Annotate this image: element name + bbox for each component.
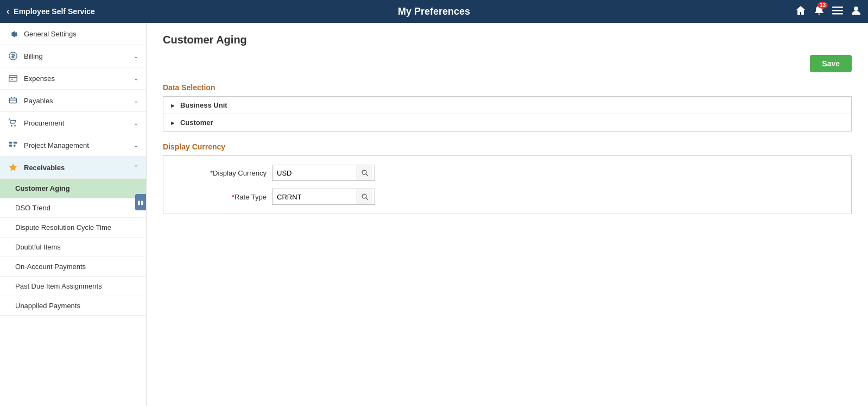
svg-rect-2 (832, 13, 843, 15)
business-unit-arrow-icon: ► (170, 102, 176, 109)
sidebar-item-procurement[interactable]: Procurement ⌄ (0, 112, 146, 134)
sidebar-subitem-past-due-assignments[interactable]: Past Due Item Assignments (0, 277, 146, 296)
sidebar-label-general-settings: General Settings (24, 30, 138, 38)
sidebar-item-receivables[interactable]: Receivables ⌃ (0, 157, 146, 179)
save-btn-wrapper: Save (163, 55, 852, 72)
app-title: Employee Self Service (14, 7, 94, 16)
rate-type-req-star: * (232, 193, 235, 201)
data-selection-title: Data Selection (163, 83, 852, 92)
display-currency-search-icon[interactable] (357, 165, 372, 180)
customer-row[interactable]: ► Customer (163, 114, 851, 131)
sidebar-label-unapplied-payments: Unapplied Payments (15, 302, 80, 310)
sidebar-item-project-management[interactable]: Project Management ⌄ (0, 134, 146, 157)
svg-rect-10 (9, 145, 12, 147)
payables-chevron-icon: ⌄ (134, 97, 138, 104)
svg-point-16 (362, 194, 366, 198)
svg-point-3 (854, 7, 858, 11)
display-currency-input[interactable] (273, 166, 357, 180)
svg-rect-9 (9, 142, 12, 144)
svg-rect-5 (9, 76, 17, 82)
notification-badge: 13 (818, 2, 828, 9)
rate-type-input[interactable] (273, 190, 357, 204)
customer-label: Customer (180, 118, 213, 127)
home-icon[interactable] (795, 5, 806, 18)
svg-rect-12 (14, 145, 16, 147)
svg-marker-13 (9, 164, 17, 171)
page-title: My Preferences (398, 6, 470, 17)
sidebar-subitem-unapplied-payments[interactable]: Unapplied Payments (0, 296, 146, 316)
sidebar-subitem-dso-trend[interactable]: DSO Trend (0, 198, 146, 218)
top-nav: ‹ Employee Self Service My Preferences 1… (0, 0, 868, 23)
sidebar-label-project-management: Project Management (24, 141, 128, 149)
nav-back-section[interactable]: ‹ Employee Self Service (7, 7, 95, 16)
content-area: Customer Aging Save Data Selection ► Bus… (147, 23, 868, 406)
sidebar: General Settings Billing ⌄ Expenses (0, 23, 147, 406)
sidebar-label-customer-aging: Customer Aging (15, 184, 70, 192)
sidebar-item-billing[interactable]: Billing ⌄ (0, 45, 146, 67)
sidebar-subitem-on-account-payments[interactable]: On-Account Payments (0, 257, 146, 277)
sidebar-subitem-customer-aging[interactable]: Customer Aging (0, 179, 146, 198)
back-arrow-icon[interactable]: ‹ (7, 7, 9, 16)
display-currency-req-star: * (210, 169, 213, 177)
sidebar-subitem-dispute-resolution[interactable]: Dispute Resolution Cycle Time (0, 218, 146, 238)
customer-arrow-icon: ► (170, 120, 176, 126)
svg-rect-0 (832, 7, 843, 8)
project-icon (8, 140, 18, 151)
sidebar-label-receivables: Receivables (24, 164, 128, 172)
sidebar-item-general-settings[interactable]: General Settings (0, 23, 146, 45)
svg-point-14 (362, 170, 366, 174)
sidebar-label-dispute-resolution: Dispute Resolution Cycle Time (15, 223, 111, 232)
main-layout: General Settings Billing ⌄ Expenses (0, 23, 868, 406)
payables-icon (8, 95, 18, 106)
sidebar-subitem-doubtful-items[interactable]: Doubtful Items (0, 238, 146, 257)
rate-type-label: *Rate Type (174, 193, 272, 201)
svg-point-7 (11, 125, 12, 127)
business-unit-label: Business Unit (180, 101, 227, 109)
sidebar-label-dso-trend: DSO Trend (15, 204, 50, 212)
receivables-icon (8, 162, 18, 173)
business-unit-row[interactable]: ► Business Unit (163, 97, 851, 114)
notification-icon[interactable]: 13 (814, 5, 825, 18)
display-currency-input-wrap (272, 165, 375, 181)
gear-icon (8, 28, 18, 39)
svg-rect-6 (10, 98, 17, 103)
svg-rect-1 (832, 10, 843, 11)
display-currency-row: *Display Currency (174, 165, 840, 181)
receivables-chevron-icon: ⌃ (134, 164, 138, 171)
expenses-icon (8, 73, 18, 84)
procurement-chevron-icon: ⌄ (134, 120, 138, 127)
display-currency-label: *Display Currency (174, 169, 272, 177)
sidebar-item-payables[interactable]: Payables ⌄ (0, 90, 146, 112)
user-icon[interactable] (851, 5, 861, 18)
menu-icon[interactable] (832, 5, 843, 18)
data-selection-panel: ► Business Unit ► Customer (163, 96, 852, 132)
save-button[interactable]: Save (810, 55, 852, 72)
sidebar-label-payables: Payables (24, 97, 128, 105)
svg-point-8 (14, 125, 16, 127)
expenses-chevron-icon: ⌄ (134, 75, 138, 82)
procurement-icon (8, 117, 18, 128)
display-currency-form: *Display Currency *Rate Type (163, 155, 852, 214)
sidebar-collapse-handle[interactable]: ▮▮ (135, 194, 146, 210)
project-chevron-icon: ⌄ (134, 142, 138, 149)
svg-rect-11 (14, 142, 17, 144)
billing-chevron-icon: ⌄ (134, 53, 138, 60)
sidebar-label-doubtful-items: Doubtful Items (15, 243, 61, 251)
sidebar-label-on-account-payments: On-Account Payments (15, 263, 86, 271)
sidebar-item-expenses[interactable]: Expenses ⌄ (0, 67, 146, 90)
content-title: Customer Aging (163, 34, 852, 46)
display-currency-title: Display Currency (163, 142, 852, 151)
svg-line-17 (366, 198, 368, 200)
sidebar-label-procurement: Procurement (24, 119, 128, 127)
sidebar-label-expenses: Expenses (24, 74, 128, 83)
sidebar-label-past-due-assignments: Past Due Item Assignments (15, 282, 102, 290)
rate-type-input-wrap (272, 189, 375, 205)
nav-actions: 13 (795, 5, 861, 18)
rate-type-search-icon[interactable] (357, 189, 372, 204)
rate-type-row: *Rate Type (174, 189, 840, 205)
billing-icon (8, 51, 18, 61)
sidebar-label-billing: Billing (24, 52, 128, 60)
svg-line-15 (366, 174, 368, 176)
